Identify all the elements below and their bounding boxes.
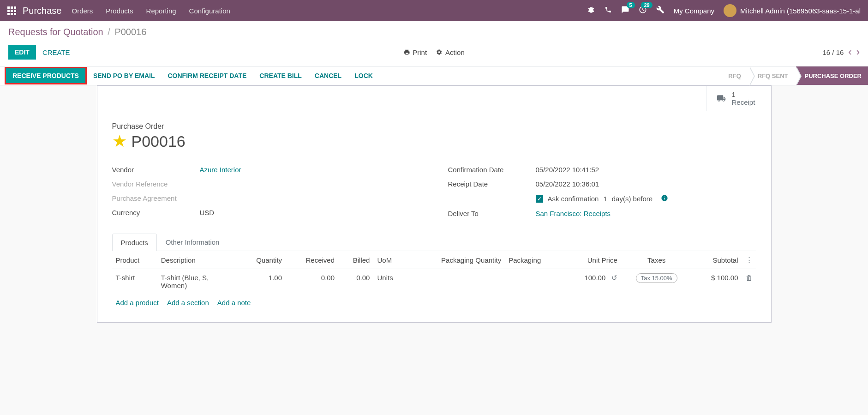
bug-icon[interactable]	[587, 6, 595, 16]
info-icon[interactable]	[661, 194, 668, 203]
cell-subtotal: $ 100.00	[692, 269, 742, 295]
create-bill-button[interactable]: CREATE BILL	[253, 67, 308, 84]
receipt-count: 1	[732, 90, 755, 98]
ask-confirm-checkbox[interactable]: ✓	[536, 195, 543, 203]
app-title[interactable]: Purchase	[23, 6, 62, 16]
print-button[interactable]: Print	[403, 48, 427, 56]
th-description: Description	[157, 251, 238, 269]
deliver-to-label: Deliver To	[448, 210, 536, 217]
cell-description: T-shirt (Blue, S, Women)	[157, 269, 238, 295]
step-rfq[interactable]: RFQ	[720, 66, 749, 85]
doc-type-label: Purchase Order	[112, 122, 756, 131]
kebab-icon[interactable]: ⋮	[746, 256, 753, 264]
confirm-date-value: 05/20/2022 10:41:52	[536, 166, 599, 174]
breadcrumb-sep: /	[108, 27, 110, 37]
form-sheet: 1 Receipt Purchase Order ★ P00016 Vendor…	[97, 85, 772, 323]
th-taxes: Taxes	[621, 251, 692, 269]
cell-packaging	[505, 269, 563, 295]
chat-icon[interactable]: 5	[621, 6, 629, 16]
cell-received: 0.00	[286, 269, 338, 295]
cell-uom: Units	[373, 269, 407, 295]
add-section-link[interactable]: Add a section	[167, 299, 209, 307]
send-po-email-button[interactable]: SEND PO BY EMAIL	[87, 67, 162, 84]
phone-icon[interactable]	[605, 6, 612, 15]
tab-other-info[interactable]: Other Information	[157, 233, 228, 251]
step-purchase-order[interactable]: PURCHASE ORDER	[796, 66, 868, 85]
cell-taxes: Tax 15.00%	[621, 269, 692, 295]
receipt-label: Receipt	[732, 98, 755, 106]
status-bar: RECEIVE PRODUCTS SEND PO BY EMAIL CONFIR…	[0, 66, 868, 85]
nav-orders[interactable]: Orders	[72, 7, 93, 15]
pager: 16 / 16 ‹ ›	[822, 46, 860, 58]
nav-configuration[interactable]: Configuration	[189, 7, 230, 15]
user-name: Mitchell Admin (15695063-saas-15-1-al	[740, 7, 861, 15]
ask-confirm-days: 1	[603, 195, 607, 203]
cancel-button[interactable]: CANCEL	[308, 67, 348, 84]
breadcrumb-row: Requests for Quotation / P00016	[0, 21, 868, 40]
refresh-price-icon[interactable]: ↺	[611, 274, 617, 282]
purchase-agreement-label: Purchase Agreement	[112, 194, 200, 202]
vendor-ref-label: Vendor Reference	[112, 180, 200, 188]
delete-row-icon[interactable]: 🗑	[746, 274, 753, 282]
tab-products[interactable]: Products	[112, 234, 157, 251]
button-box: 1 Receipt	[97, 86, 771, 111]
tools-icon[interactable]	[656, 6, 664, 16]
status-steps: RFQ RFQ SENT PURCHASE ORDER	[720, 66, 868, 85]
gear-icon	[436, 49, 443, 55]
pager-next[interactable]: ›	[856, 46, 860, 58]
user-menu[interactable]: Mitchell Admin (15695063-saas-15-1-al	[724, 4, 861, 17]
deliver-to-value[interactable]: San Francisco: Receipts	[536, 210, 611, 217]
ask-confirm-suffix: day(s) before	[612, 195, 652, 203]
order-lines-table: Product Description Quantity Received Bi…	[112, 251, 756, 311]
action-label: Action	[445, 48, 465, 56]
control-bar: EDIT CREATE Print Action 16 / 16 ‹ ›	[0, 40, 868, 66]
lock-button[interactable]: LOCK	[348, 67, 379, 84]
ask-confirm-prefix: Ask confirmation	[548, 195, 599, 203]
tax-tag[interactable]: Tax 15.00%	[636, 273, 677, 283]
action-button[interactable]: Action	[436, 48, 465, 56]
add-product-link[interactable]: Add a product	[116, 299, 159, 307]
nav-products[interactable]: Products	[106, 7, 133, 15]
company-switcher[interactable]: My Company	[674, 7, 714, 15]
nav-reporting[interactable]: Reporting	[146, 7, 176, 15]
th-pkg-qty: Packaging Quantity	[407, 251, 505, 269]
pager-prev[interactable]: ‹	[848, 46, 851, 58]
truck-icon	[715, 94, 727, 103]
receipt-date-value: 05/20/2022 10:36:01	[536, 180, 599, 188]
vendor-value[interactable]: Azure Interior	[200, 166, 241, 174]
th-uom: UoM	[373, 251, 407, 269]
breadcrumb-current: P00016	[114, 27, 146, 37]
status-actions: RECEIVE PRODUCTS SEND PO BY EMAIL CONFIR…	[0, 66, 379, 85]
th-unit-price: Unit Price	[563, 251, 621, 269]
print-label: Print	[413, 48, 427, 56]
th-packaging: Packaging	[505, 251, 563, 269]
confirm-receipt-date-button[interactable]: CONFIRM RECEIPT DATE	[161, 67, 253, 84]
activity-badge: 29	[641, 2, 652, 8]
receipt-stat-button[interactable]: 1 Receipt	[706, 86, 771, 111]
chat-badge: 5	[627, 2, 635, 8]
create-button[interactable]: CREATE	[42, 48, 70, 56]
notebook-tabs: Products Other Information	[112, 233, 756, 251]
currency-value: USD	[200, 209, 215, 217]
print-icon	[403, 49, 410, 55]
confirm-date-label: Confirmation Date	[448, 166, 536, 174]
th-billed: Billed	[338, 251, 373, 269]
table-row[interactable]: T-shirt T-shirt (Blue, S, Women) 1.00 0.…	[112, 269, 756, 295]
edit-button[interactable]: EDIT	[8, 45, 36, 60]
cell-quantity: 1.00	[238, 269, 286, 295]
step-rfq-sent[interactable]: RFQ SENT	[749, 66, 796, 85]
breadcrumb: Requests for Quotation / P00016	[8, 27, 860, 37]
breadcrumb-parent[interactable]: Requests for Quotation	[8, 27, 103, 37]
th-product: Product	[112, 251, 157, 269]
top-nav: Purchase Orders Products Reporting Confi…	[0, 0, 868, 21]
th-subtotal: Subtotal	[692, 251, 742, 269]
avatar	[724, 4, 736, 17]
receipt-date-label: Receipt Date	[448, 180, 536, 188]
activity-icon[interactable]: 29	[639, 6, 647, 16]
apps-icon[interactable]	[7, 6, 16, 15]
pager-text[interactable]: 16 / 16	[822, 48, 844, 56]
priority-star[interactable]: ★	[112, 132, 127, 151]
cell-pkg-qty	[407, 269, 505, 295]
receive-products-button[interactable]: RECEIVE PRODUCTS	[5, 67, 87, 84]
add-note-link[interactable]: Add a note	[217, 299, 251, 307]
